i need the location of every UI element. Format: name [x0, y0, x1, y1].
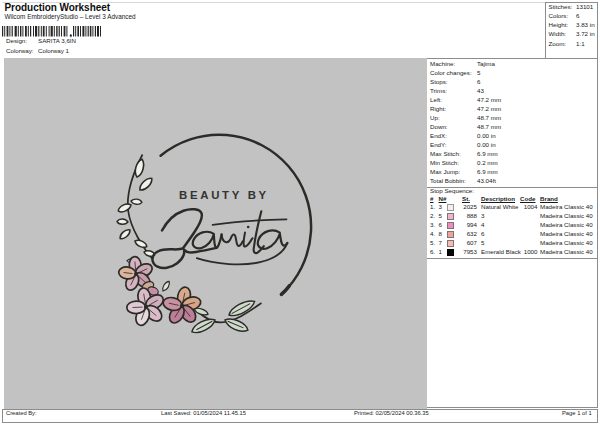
- svg-text:BEAUTY BY: BEAUTY BY: [179, 189, 269, 201]
